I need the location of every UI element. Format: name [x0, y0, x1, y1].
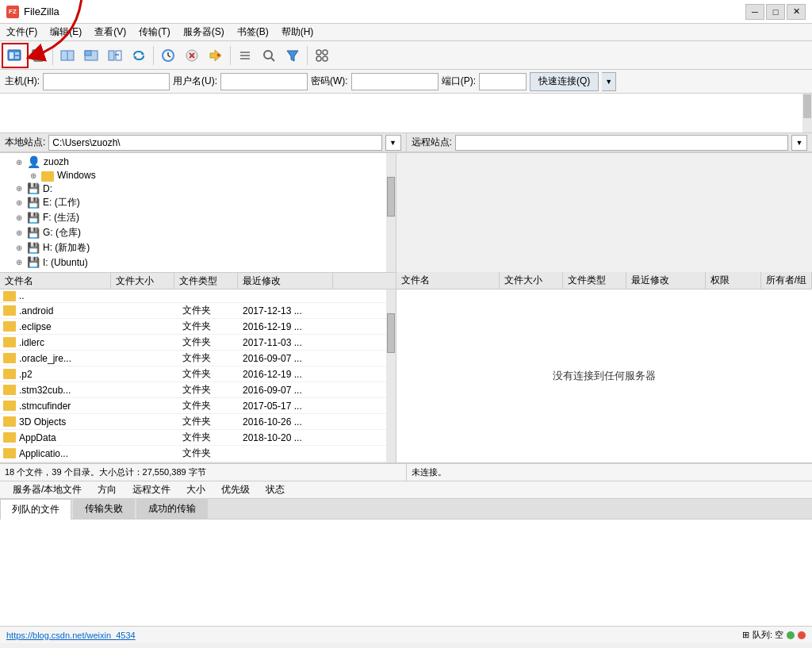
status-bars: 18 个文件，39 个目录。大小总计：27,550,389 字节 未连接。 — [0, 462, 812, 481]
local-col-date[interactable]: 最近修改 — [238, 273, 333, 289]
file-row-stm32[interactable]: .stm32cub... 文件夹 2016-09-07 ... — [0, 382, 396, 398]
maximize-button[interactable]: □ — [766, 4, 785, 20]
file-row-stmcu[interactable]: .stmcufinder 文件夹 2017-05-17 ... — [0, 398, 396, 414]
tab-queued[interactable]: 列队的文件 — [0, 499, 71, 520]
sync-btn[interactable] — [128, 44, 150, 67]
host-input[interactable] — [43, 73, 170, 90]
tree-scrollbar[interactable] — [386, 153, 396, 272]
tree-item-h[interactable]: ⊕ 💾 H: (新加卷) — [2, 240, 394, 255]
panel-btn-2[interactable] — [80, 44, 102, 67]
expand-icon-f[interactable]: ⊕ — [16, 213, 27, 222]
queue-col-server: 服务器/本地文件 — [5, 483, 90, 497]
remote-col-perm[interactable]: 权限 — [706, 272, 761, 289]
tab-success[interactable]: 成功的传输 — [136, 498, 208, 519]
file-row-appdata[interactable]: AppData 文件夹 2018-10-20 ... — [0, 430, 396, 446]
expand-icon-windows[interactable]: ⊕ — [30, 171, 41, 180]
sync-icon — [132, 48, 146, 63]
search-btn[interactable] — [258, 44, 280, 67]
remote-col-date[interactable]: 最近修改 — [626, 272, 706, 289]
minimize-button[interactable]: ─ — [745, 4, 764, 20]
local-col-name[interactable]: 文件名 — [0, 273, 111, 289]
connection-bar: 主机(H): 用户名(U): 密码(W): 端口(P): 快速连接(Q) ▼ — [0, 70, 812, 94]
file-row-3d[interactable]: 3D Objects 文件夹 2016-10-26 ... — [0, 414, 396, 430]
file-row-p2[interactable]: .p2 文件夹 2016-12-19 ... — [0, 366, 396, 382]
menu-transfer[interactable]: 传输(T) — [132, 24, 176, 40]
folder-icon — [3, 432, 16, 443]
panel-btn-1[interactable] — [56, 44, 79, 67]
toolbar-separator-2 — [153, 46, 154, 65]
tree-item-f[interactable]: ⊕ 💾 F: (生活) — [2, 210, 394, 225]
menu-edit[interactable]: 编辑(E) — [44, 24, 88, 40]
files-scrollbar[interactable] — [386, 289, 396, 462]
expand-icon-d[interactable]: ⊕ — [16, 184, 27, 193]
local-panel-label: 本地站点: — [5, 136, 45, 149]
remote-path-input[interactable] — [455, 135, 788, 151]
tree-item-zuozh[interactable]: ⊕ 👤 zuozh — [2, 155, 394, 169]
panel-btn-3[interactable] — [104, 44, 126, 67]
user-input[interactable] — [220, 73, 308, 90]
local-col-type[interactable]: 文件类型 — [174, 273, 238, 289]
quick-connect-dropdown[interactable]: ▼ — [602, 72, 616, 91]
expand-icon-e[interactable]: ⊕ — [16, 198, 27, 207]
file-row-applicatio[interactable]: Applicatio... 文件夹 — [0, 446, 396, 462]
user-label: 用户名(U): — [173, 75, 217, 88]
title-bar: FZ FileZilla ─ □ ✕ — [0, 0, 812, 24]
expand-icon-zuozh[interactable]: ⊕ — [16, 158, 27, 167]
tab-failed[interactable]: 传输失败 — [73, 498, 135, 519]
tree-item-g[interactable]: ⊕ 💾 G: (仓库) — [2, 225, 394, 240]
compare-btn[interactable] — [311, 44, 333, 67]
local-status-text: 18 个文件，39 个目录。大小总计：27,550,389 字节 — [5, 466, 206, 478]
expand-icon-g[interactable]: ⊕ — [16, 228, 27, 237]
app-icon: FZ — [6, 6, 19, 18]
local-path-dropdown[interactable]: ▼ — [385, 135, 401, 151]
stop-btn[interactable] — [181, 44, 203, 67]
file-row-oracle[interactable]: .oracle_jre... 文件夹 2016-09-07 ... — [0, 351, 396, 366]
file-row-android[interactable]: .android 文件夹 2017-12-13 ... — [0, 303, 396, 319]
quick-connect-button[interactable]: 快速连接(Q) — [530, 72, 599, 91]
menu-server[interactable]: 服务器(S) — [177, 24, 231, 40]
tree-item-i[interactable]: ⊕ 💾 I: (Ubuntu) — [2, 255, 394, 269]
reconnect-btn[interactable] — [157, 44, 179, 67]
bottom-right: ⊞ 队列: 空 — [742, 629, 806, 641]
tree-scrollbar-thumb[interactable] — [387, 177, 395, 217]
remote-path-dropdown[interactable]: ▼ — [791, 135, 807, 151]
files-scrollbar-thumb[interactable] — [387, 313, 395, 353]
stop-icon — [185, 48, 199, 63]
open-site-manager-button[interactable] — [3, 44, 25, 67]
remote-col-name[interactable]: 文件名 — [396, 272, 500, 289]
close-button[interactable]: ✕ — [787, 4, 806, 20]
expand-icon-h[interactable]: ⊕ — [16, 243, 27, 252]
expand-icon-i[interactable]: ⊕ — [16, 258, 27, 266]
tree-item-e[interactable]: ⊕ 💾 E: (工作) — [2, 195, 394, 210]
panel1-icon — [60, 48, 75, 63]
tree-item-d[interactable]: ⊕ 💾 D: — [2, 182, 394, 195]
remote-col-owner[interactable]: 所有者/组 — [761, 272, 812, 289]
menu-view[interactable]: 查看(V) — [88, 24, 132, 40]
copy-button[interactable] — [27, 44, 49, 67]
queue-btn[interactable] — [234, 44, 256, 67]
folder-icon — [3, 385, 16, 395]
menu-file[interactable]: 文件(F) — [0, 24, 44, 40]
host-label: 主机(H): — [5, 75, 40, 88]
svg-rect-10 — [109, 51, 114, 60]
queue-col-status: 状态 — [258, 483, 293, 497]
local-path-input[interactable] — [48, 135, 381, 151]
tree-item-windows-label: Windows — [57, 170, 96, 181]
filter-btn[interactable] — [282, 44, 304, 67]
pass-label: 密码(W): — [311, 75, 348, 88]
file-row-parent[interactable]: .. — [0, 289, 396, 303]
menu-help[interactable]: 帮助(H) — [275, 24, 320, 40]
cancel-btn[interactable] — [205, 44, 227, 67]
local-file-columns: 文件名 文件大小 文件类型 最近修改 — [0, 272, 396, 289]
queue-col-priority: 优先级 — [213, 483, 258, 497]
file-row-idlerc[interactable]: .idlerc 文件夹 2017-11-03 ... — [0, 335, 396, 351]
menu-bookmark[interactable]: 书签(B) — [231, 24, 275, 40]
port-input[interactable] — [479, 73, 527, 90]
tree-item-d-label: D: — [43, 183, 52, 194]
tree-item-windows[interactable]: ⊕ Windows — [2, 169, 394, 182]
file-row-eclipse[interactable]: .eclipse 文件夹 2016-12-19 ... — [0, 319, 396, 335]
local-col-size[interactable]: 文件大小 — [111, 273, 174, 289]
remote-col-type[interactable]: 文件类型 — [563, 272, 626, 289]
remote-col-size[interactable]: 文件大小 — [500, 272, 563, 289]
pass-input[interactable] — [351, 73, 439, 90]
